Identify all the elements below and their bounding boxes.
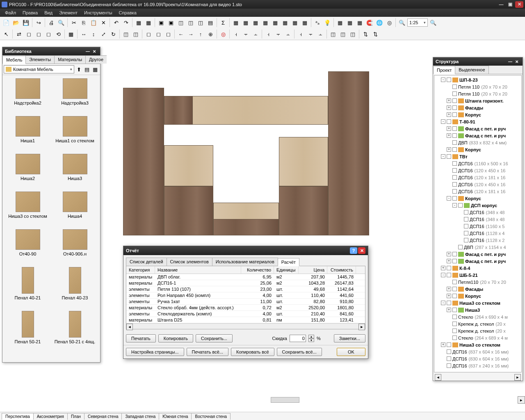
library-item[interactable]: Ниша4 [53, 192, 97, 225]
notes-button[interactable]: Заметки... [334, 334, 365, 342]
minimize-button[interactable]: — [497, 1, 505, 8]
tool-icon[interactable]: ▦ [281, 18, 290, 27]
tool-icon[interactable]: ◻ [34, 30, 43, 39]
checkbox[interactable] [447, 154, 451, 159]
checkbox[interactable] [452, 175, 457, 180]
scroll-right-icon[interactable]: ► [358, 324, 365, 330]
preview-icon[interactable]: 🔍 [57, 18, 66, 27]
tool-icon[interactable]: → [186, 30, 195, 39]
tree-node[interactable]: Петля 110(20 x 70 x 20 [435, 83, 520, 90]
expand-icon[interactable]: + [441, 266, 445, 270]
tree-node[interactable]: Петля110(20 x 70 x 20 [435, 278, 520, 285]
checkbox[interactable] [458, 245, 463, 249]
sigma-icon[interactable]: Σ [219, 18, 228, 27]
column-header[interactable]: Цена [299, 266, 327, 274]
library-item[interactable]: Ниша1 со стеклом [53, 116, 97, 150]
tree-node[interactable]: +Корпус [435, 292, 520, 299]
tool-icon[interactable]: ← [176, 30, 185, 39]
panel-minimize-icon[interactable]: — [84, 48, 91, 54]
library-item[interactable]: Пенал 40-21 [6, 267, 50, 307]
checkbox[interactable] [447, 349, 451, 354]
tool-icon[interactable]: ▦ [290, 18, 299, 27]
tree-node[interactable]: ДСП16(348 x 48 [435, 216, 520, 223]
export-icon[interactable]: ↪ [34, 18, 43, 27]
tool-icon[interactable]: ◻ [44, 30, 53, 39]
scroll-left-icon[interactable]: ◄ [126, 324, 133, 330]
tool-icon[interactable]: ⊕ [206, 30, 215, 39]
copy-button[interactable]: Копировать [158, 334, 193, 342]
target-icon[interactable]: ◎ [385, 18, 394, 27]
library-item[interactable]: Ниша2 [6, 154, 50, 187]
library-item[interactable]: Пенал 50-21 [6, 311, 50, 351]
redo-icon[interactable]: ↷ [121, 18, 130, 27]
zoomin-icon[interactable]: 🔍 [429, 18, 438, 27]
expand-icon[interactable]: - [447, 196, 451, 201]
table-row[interactable]: элементыРучка 1кат11,00шт.82,80910,80 [126, 299, 365, 305]
viewtab-Перспектива[interactable]: Перспектива [2, 413, 34, 420]
expand-icon[interactable]: + [447, 98, 451, 103]
tool-icon[interactable]: ▦ [271, 18, 280, 27]
expand-icon[interactable]: - [441, 273, 445, 277]
tree-node[interactable]: ДВП(287 x 1154 x 4 [435, 244, 520, 251]
paste-icon[interactable]: 📋 [89, 18, 98, 27]
tree-node[interactable]: ДСП16(1128 x 4 [435, 230, 520, 237]
expand-icon[interactable]: - [441, 119, 445, 124]
view-list-icon[interactable]: ▤ [83, 66, 91, 73]
checkbox[interactable] [452, 182, 457, 187]
checkbox[interactable] [458, 203, 463, 208]
tree-node[interactable]: +Фасад с пет. и руч [435, 125, 520, 132]
menu-Элемент[interactable]: Элемент [56, 9, 81, 16]
viewtab-Восточная стена[interactable]: Восточная стена [191, 413, 231, 420]
tool-icon[interactable]: ◫ [329, 30, 338, 39]
saveall-button[interactable]: Сохранить всё... [277, 348, 322, 356]
expand-icon[interactable]: - [441, 154, 445, 159]
checkbox[interactable] [464, 210, 468, 215]
tree-node[interactable]: +Фасады [435, 285, 520, 292]
checkbox[interactable] [447, 301, 451, 305]
tree-node[interactable]: Крепеж д. стекол(20 х [435, 320, 520, 327]
scroll-left-icon[interactable]: ◄ [435, 374, 441, 381]
checkbox[interactable] [464, 231, 468, 235]
tree-node[interactable]: ДСП16(120 x 181 x 16 [435, 188, 520, 195]
expand-icon[interactable]: + [441, 342, 445, 347]
checkbox[interactable] [464, 217, 468, 221]
panel-close-icon[interactable]: ✕ [514, 59, 520, 64]
expand-icon[interactable]: + [447, 147, 451, 152]
tool-icon[interactable]: ▦ [300, 18, 309, 27]
table-row[interactable]: материалыДВП облаг.6,95м2207,901445,78 [126, 274, 365, 280]
expand-icon[interactable]: - [441, 78, 445, 82]
tool-icon[interactable]: ▦ [231, 18, 240, 27]
ok-button[interactable]: OK [337, 348, 365, 356]
tool-icon[interactable]: ◫ [348, 30, 357, 39]
tree-node[interactable]: +Фасад с пет. и руч [435, 251, 520, 258]
tree-node[interactable]: Крепеж д. стекол(20 х [435, 327, 520, 334]
target-icon[interactable]: ◎ [219, 30, 228, 39]
checkbox[interactable] [452, 98, 457, 103]
library-item[interactable]: Пенал 50-21 с 4ящ. [53, 311, 97, 351]
library-item[interactable]: Пенал 40-23 [53, 267, 97, 307]
tree-node[interactable]: +Корпус [435, 111, 520, 118]
checkbox[interactable] [447, 363, 451, 368]
checkbox[interactable] [452, 336, 457, 340]
expand-icon[interactable]: + [447, 308, 451, 312]
tab-Материалы[interactable]: Материалы [54, 55, 86, 64]
text-icon[interactable]: ᵃₐ [313, 18, 322, 27]
globe-icon[interactable]: 🌐 [375, 18, 384, 27]
tool-icon[interactable]: ↔ [79, 30, 88, 39]
tab-Проект[interactable]: Проект [433, 66, 455, 74]
tool-icon[interactable]: ⫟ [241, 30, 250, 39]
delete-icon[interactable]: ✕ [99, 18, 108, 27]
viewport-3d[interactable] [107, 47, 386, 244]
table-row[interactable]: материалыДСП16-125,06м21043,2826147,83 [126, 280, 365, 286]
checkbox[interactable] [447, 356, 451, 361]
expand-icon[interactable]: + [447, 105, 451, 110]
checkbox[interactable] [447, 78, 451, 82]
tool-icon[interactable]: ⫠ [251, 30, 260, 39]
tree-node[interactable]: Стекло(264 x 690 x 4 м [435, 313, 520, 320]
library-item[interactable]: Ниша1 [6, 116, 50, 150]
tool-icon[interactable]: ↕ [89, 30, 98, 39]
tool-icon[interactable]: ▦ [241, 18, 250, 27]
library-folder-combo[interactable]: Комнатная Мебель [4, 65, 74, 73]
panel-close-icon[interactable]: ✕ [91, 48, 98, 54]
checkbox[interactable] [452, 280, 457, 284]
